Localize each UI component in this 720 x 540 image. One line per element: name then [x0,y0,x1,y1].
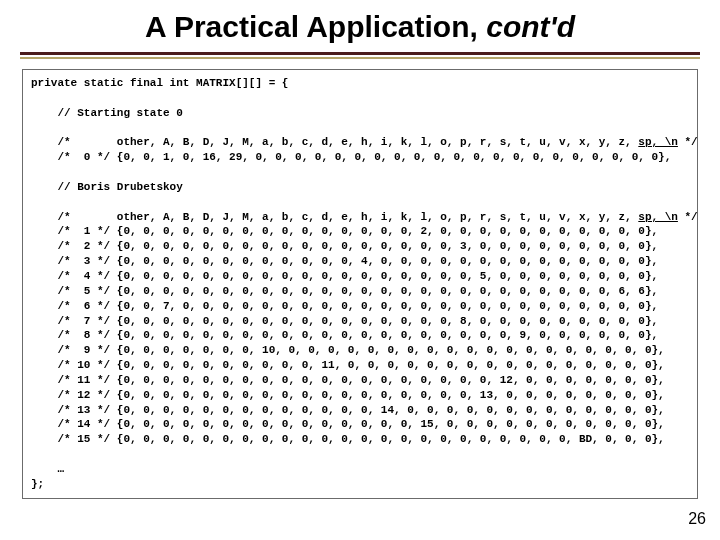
rule-dark [20,52,700,55]
code-header2-pre: /* other, A, B, D, J, M, a, b, c, d, e, … [31,211,638,223]
code-row: /* 7 */ {0, 0, 0, 0, 0, 0, 0, 0, 0, 0, 0… [31,315,658,327]
title-block: A Practical Application, cont'd [0,0,720,48]
code-boris: // Boris Drubetskoy [31,181,183,193]
code-row: /* 4 */ {0, 0, 0, 0, 0, 0, 0, 0, 0, 0, 0… [31,270,658,282]
title-plain: A Practical Application, [145,10,486,43]
code-row: /* 1 */ {0, 0, 0, 0, 0, 0, 0, 0, 0, 0, 0… [31,225,658,237]
code-row: /* 3 */ {0, 0, 0, 0, 0, 0, 0, 0, 0, 0, 0… [31,255,658,267]
code-row: /* 13 */ {0, 0, 0, 0, 0, 0, 0, 0, 0, 0, … [31,404,665,416]
code-row: /* 12 */ {0, 0, 0, 0, 0, 0, 0, 0, 0, 0, … [31,389,665,401]
code-row: /* 6 */ {0, 0, 7, 0, 0, 0, 0, 0, 0, 0, 0… [31,300,658,312]
code-row: /* 2 */ {0, 0, 0, 0, 0, 0, 0, 0, 0, 0, 0… [31,240,658,252]
code-header2-underline: sp, \n [638,211,678,223]
code-ellipsis: … [31,463,64,475]
code-header2-post: */ [678,211,698,223]
code-row: /* 10 */ {0, 0, 0, 0, 0, 0, 0, 0, 0, 0, … [31,359,665,371]
code-decl: private static final int MATRIX[][] = { [31,77,288,89]
code-row: /* 11 */ {0, 0, 0, 0, 0, 0, 0, 0, 0, 0, … [31,374,665,386]
code-header-underline: sp, \n [638,136,678,148]
code-header-post: */ [678,136,698,148]
code-row: /* 14 */ {0, 0, 0, 0, 0, 0, 0, 0, 0, 0, … [31,418,665,430]
title-italic: cont'd [486,10,575,43]
code-row-0: /* 0 */ {0, 0, 1, 0, 16, 29, 0, 0, 0, 0,… [31,151,671,163]
code-row: /* 8 */ {0, 0, 0, 0, 0, 0, 0, 0, 0, 0, 0… [31,329,658,341]
code-row: /* 5 */ {0, 0, 0, 0, 0, 0, 0, 0, 0, 0, 0… [31,285,658,297]
code-box: private static final int MATRIX[][] = { … [22,69,698,499]
code-close: }; [31,478,44,490]
page-number: 26 [688,510,706,528]
slide-title: A Practical Application, cont'd [20,10,700,44]
code-row: /* 9 */ {0, 0, 0, 0, 0, 0, 0, 10, 0, 0, … [31,344,665,356]
code-row: /* 15 */ {0, 0, 0, 0, 0, 0, 0, 0, 0, 0, … [31,433,665,445]
title-rule [20,52,700,59]
slide: A Practical Application, cont'd private … [0,0,720,540]
code-header-pre: /* other, A, B, D, J, M, a, b, c, d, e, … [31,136,638,148]
code-start-comment: // Starting state 0 [31,107,183,119]
rule-light [20,57,700,59]
